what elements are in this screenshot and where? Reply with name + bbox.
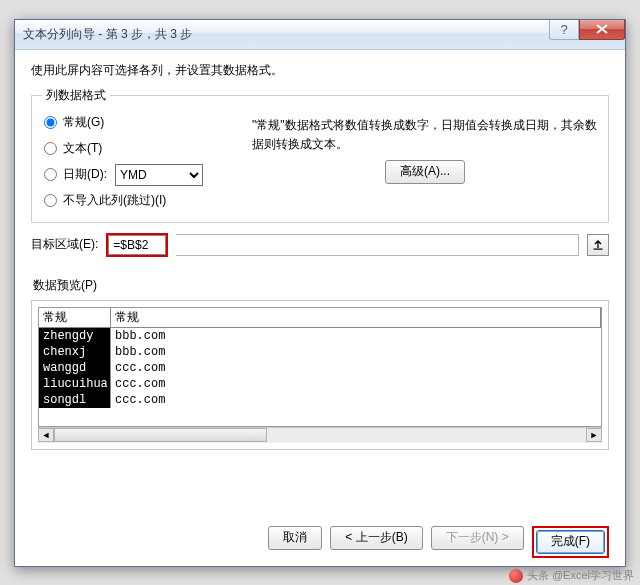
wizard-buttons: 取消 < 上一步(B) 下一步(N) > 完成(F) xyxy=(31,516,609,558)
advanced-button[interactable]: 高级(A)... xyxy=(385,160,465,184)
preview-panel: 常规 常规 zhengdybbb.comchenxjbbb.comwanggdc… xyxy=(31,300,609,450)
destination-row: 目标区域(E): xyxy=(31,233,609,257)
finish-button[interactable]: 完成(F) xyxy=(536,530,605,554)
date-format-select[interactable]: YMD xyxy=(115,164,203,186)
wizard-body: 使用此屏内容可选择各列，并设置其数据格式。 列数据格式 常规(G) 文本(T) … xyxy=(15,50,625,566)
format-description-col: "常规"数据格式将数值转换成数字，日期值会转换成日期，其余数据则转换成文本。 高… xyxy=(252,110,598,184)
preview-header: 常规 常规 xyxy=(39,308,601,328)
cell-col0[interactable]: chenxj xyxy=(39,344,111,360)
preview-legend: 数据预览(P) xyxy=(33,277,609,294)
table-row[interactable]: liucuihuaccc.com xyxy=(39,376,601,392)
attribution: 头条 @Excel学习世界 xyxy=(509,568,634,583)
collapse-dialog-icon xyxy=(592,239,604,251)
scroll-right-icon[interactable]: ► xyxy=(586,428,602,442)
destination-input[interactable] xyxy=(108,235,166,255)
cell-col0[interactable]: liucuihua xyxy=(39,376,111,392)
radio-date[interactable] xyxy=(44,168,57,181)
radio-text-label[interactable]: 文本(T) xyxy=(63,140,102,157)
preview-rows: zhengdybbb.comchenxjbbb.comwanggdccc.com… xyxy=(39,328,601,408)
cell-col1[interactable]: ccc.com xyxy=(111,392,169,408)
destination-field-extension[interactable] xyxy=(176,234,579,256)
scroll-track[interactable] xyxy=(54,428,586,442)
radio-text[interactable] xyxy=(44,142,57,155)
table-row[interactable]: songdlccc.com xyxy=(39,392,601,408)
cell-col0[interactable]: wanggd xyxy=(39,360,111,376)
radio-skip-label[interactable]: 不导入此列(跳过)(I) xyxy=(63,192,166,209)
preview-grid[interactable]: 常规 常规 zhengdybbb.comchenxjbbb.comwanggdc… xyxy=(38,307,602,427)
destination-label: 目标区域(E): xyxy=(31,236,98,253)
window-controls: ? xyxy=(549,20,625,49)
back-button[interactable]: < 上一步(B) xyxy=(330,526,422,550)
instruction-text: 使用此屏内容可选择各列，并设置其数据格式。 xyxy=(31,62,609,79)
close-icon xyxy=(596,24,608,34)
table-row[interactable]: chenxjbbb.com xyxy=(39,344,601,360)
titlebar[interactable]: 文本分列向导 - 第 3 步，共 3 步 ? xyxy=(15,20,625,50)
radio-skip[interactable] xyxy=(44,194,57,207)
format-description: "常规"数据格式将数值转换成数字，日期值会转换成日期，其余数据则转换成文本。 xyxy=(252,116,598,154)
preview-header-0[interactable]: 常规 xyxy=(39,308,111,327)
help-button[interactable]: ? xyxy=(549,20,579,40)
finish-highlight: 完成(F) xyxy=(532,526,609,558)
scroll-left-icon[interactable]: ◄ xyxy=(38,428,54,442)
format-legend: 列数据格式 xyxy=(42,87,110,104)
cancel-button[interactable]: 取消 xyxy=(268,526,322,550)
range-picker-button[interactable] xyxy=(587,234,609,256)
column-format-group: 列数据格式 常规(G) 文本(T) 日期(D): YM xyxy=(31,87,609,223)
cell-col1[interactable]: bbb.com xyxy=(111,328,169,344)
radio-general-label[interactable]: 常规(G) xyxy=(63,114,104,131)
close-button[interactable] xyxy=(579,20,625,40)
next-button: 下一步(N) > xyxy=(431,526,524,550)
radio-general[interactable] xyxy=(44,116,57,129)
cell-col1[interactable]: bbb.com xyxy=(111,344,169,360)
cell-col1[interactable]: ccc.com xyxy=(111,360,169,376)
radio-date-label[interactable]: 日期(D): xyxy=(63,166,107,183)
cell-col1[interactable]: ccc.com xyxy=(111,376,169,392)
scroll-thumb[interactable] xyxy=(54,428,267,442)
format-radio-list: 常规(G) 文本(T) 日期(D): YMD xyxy=(42,110,252,214)
preview-hscrollbar[interactable]: ◄ ► xyxy=(38,427,602,443)
svg-rect-0 xyxy=(594,248,603,249)
cell-col0[interactable]: songdl xyxy=(39,392,111,408)
table-row[interactable]: zhengdybbb.com xyxy=(39,328,601,344)
table-row[interactable]: wanggdccc.com xyxy=(39,360,601,376)
toutiao-icon xyxy=(509,569,523,583)
window-title: 文本分列向导 - 第 3 步，共 3 步 xyxy=(23,26,192,43)
attribution-text: 头条 @Excel学习世界 xyxy=(527,568,634,583)
destination-highlight xyxy=(106,233,168,257)
wizard-window: 文本分列向导 - 第 3 步，共 3 步 ? 使用此屏内容可选择各列，并设置其数… xyxy=(14,19,626,567)
preview-header-1[interactable]: 常规 xyxy=(111,308,601,327)
cell-col0[interactable]: zhengdy xyxy=(39,328,111,344)
